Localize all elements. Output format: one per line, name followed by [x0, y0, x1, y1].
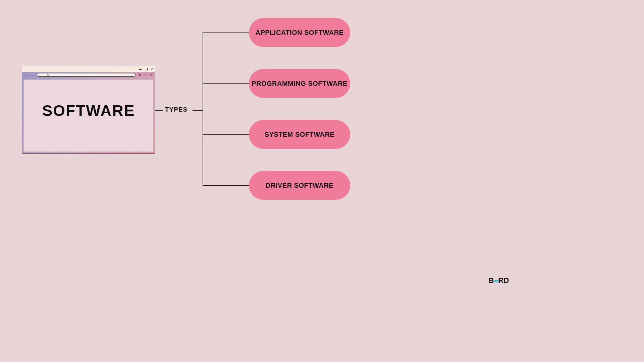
- main-title: SOFTWARE: [42, 102, 135, 120]
- browser-toolbar: ← → ⌕ ↻ ☆: [22, 72, 155, 78]
- minimize-icon: [139, 69, 142, 70]
- address-bar: ⌕: [37, 73, 136, 77]
- tree-branch: [203, 134, 250, 135]
- type-pill-application: APPLICATION SOFTWARE: [249, 18, 350, 47]
- brand-logo: B ∞ RD: [489, 276, 509, 285]
- reload-icon: ↻: [138, 73, 141, 77]
- connector-line: [155, 110, 163, 111]
- tree-branch: [203, 33, 250, 33]
- star-icon: ☆: [150, 73, 153, 77]
- logo-suffix: RD: [498, 276, 509, 285]
- infinity-icon: ∞: [493, 277, 499, 285]
- menu-icon: [144, 74, 147, 76]
- close-icon: [151, 67, 154, 71]
- connector-line: [193, 110, 203, 111]
- back-icon: ←: [24, 73, 28, 77]
- type-pill-system: SYSTEM SOFTWARE: [249, 120, 350, 149]
- maximize-icon: [145, 68, 148, 70]
- browser-window: ← → ⌕ ↻ ☆ SOFTWARE: [22, 66, 155, 154]
- browser-content: SOFTWARE: [23, 79, 154, 152]
- type-pill-driver: DRIVER SOFTWARE: [249, 171, 350, 200]
- types-label: TYPES: [165, 106, 187, 113]
- type-pill-programming: PROGRAMMING SOFTWARE: [249, 69, 350, 98]
- tree-branch: [203, 83, 250, 84]
- tree-branch: [203, 185, 250, 186]
- window-titlebar: [22, 66, 155, 72]
- tree-spine: [203, 33, 203, 186]
- search-icon: ⌕: [47, 73, 49, 77]
- forward-icon: →: [31, 73, 34, 77]
